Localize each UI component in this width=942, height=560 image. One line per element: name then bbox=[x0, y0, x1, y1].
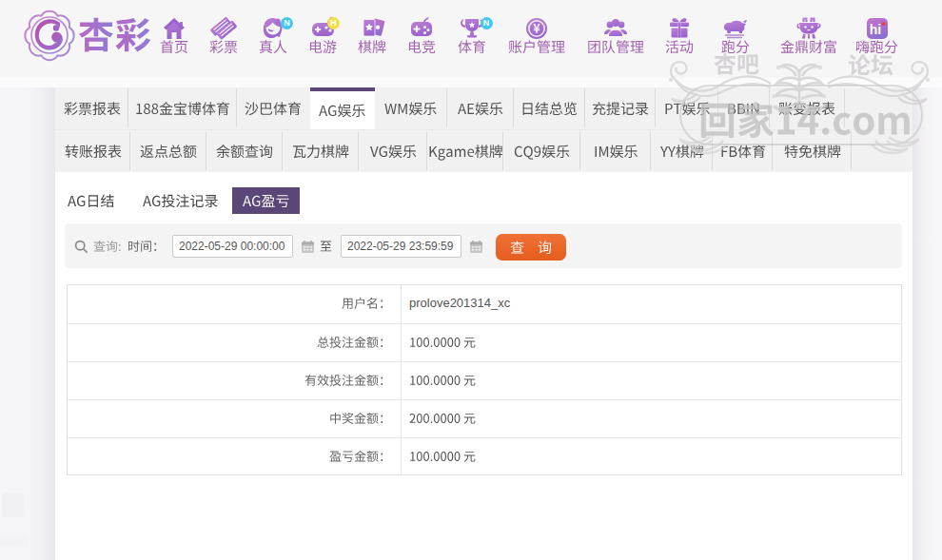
svg-text:hi: hi bbox=[870, 22, 881, 37]
